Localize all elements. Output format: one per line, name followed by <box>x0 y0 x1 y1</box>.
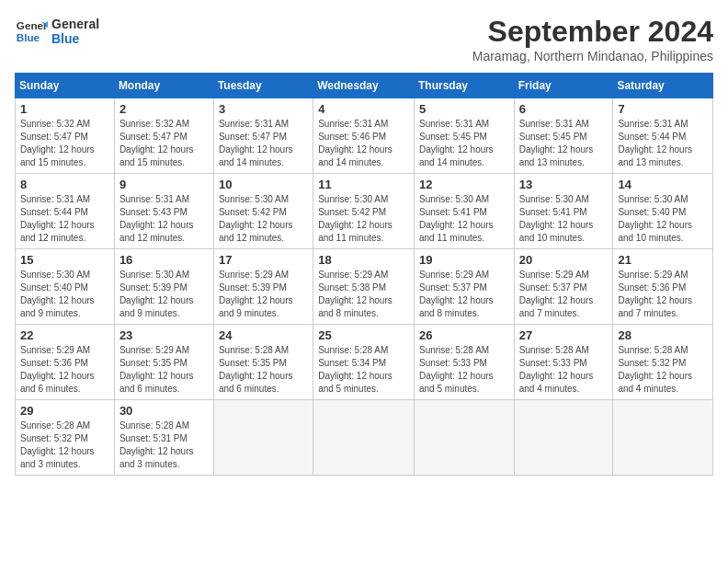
day-number: 25 <box>318 328 409 342</box>
day-info: Sunrise: 5:29 AMSunset: 5:37 PMDaylight:… <box>519 269 609 320</box>
day-number: 4 <box>318 102 409 116</box>
month-title: September 2024 <box>472 15 713 49</box>
page-header: General Blue General Blue September 2024… <box>15 15 713 63</box>
calendar-cell: 15Sunrise: 5:30 AMSunset: 5:40 PMDayligh… <box>16 249 115 325</box>
day-number: 9 <box>119 178 209 191</box>
calendar-cell: 21Sunrise: 5:29 AMSunset: 5:36 PMDayligh… <box>613 249 713 325</box>
calendar-cell: 3Sunrise: 5:31 AMSunset: 5:47 PMDaylight… <box>213 98 313 174</box>
day-info: Sunrise: 5:31 AMSunset: 5:45 PMDaylight:… <box>419 118 509 169</box>
day-number: 16 <box>119 253 209 267</box>
day-number: 6 <box>519 102 609 116</box>
day-info: Sunrise: 5:28 AMSunset: 5:32 PMDaylight:… <box>20 419 109 471</box>
logo-general: General <box>51 17 99 31</box>
calendar-week-1: 1Sunrise: 5:32 AMSunset: 5:47 PMDaylight… <box>16 98 713 174</box>
calendar-cell: 7Sunrise: 5:31 AMSunset: 5:44 PMDaylight… <box>613 98 713 174</box>
calendar-cell: 9Sunrise: 5:31 AMSunset: 5:43 PMDaylight… <box>114 174 213 249</box>
day-info: Sunrise: 5:32 AMSunset: 5:47 PMDaylight:… <box>119 118 209 169</box>
calendar-cell: 24Sunrise: 5:28 AMSunset: 5:35 PMDayligh… <box>213 325 313 400</box>
day-number: 10 <box>219 178 308 191</box>
day-info: Sunrise: 5:29 AMSunset: 5:38 PMDaylight:… <box>318 269 409 320</box>
day-header-wednesday: Wednesday <box>313 74 415 98</box>
calendar-cell: 30Sunrise: 5:28 AMSunset: 5:31 PMDayligh… <box>114 400 213 476</box>
day-number: 3 <box>219 102 308 116</box>
location-subtitle: Maramag, Northern Mindanao, Philippines <box>472 49 713 63</box>
day-info: Sunrise: 5:29 AMSunset: 5:36 PMDaylight:… <box>618 269 708 320</box>
day-number: 14 <box>618 178 708 191</box>
day-number: 26 <box>419 328 509 342</box>
calendar-table: SundayMondayTuesdayWednesdayThursdayFrid… <box>15 73 713 476</box>
calendar-cell: 6Sunrise: 5:31 AMSunset: 5:45 PMDaylight… <box>514 98 613 174</box>
calendar-cell: 23Sunrise: 5:29 AMSunset: 5:35 PMDayligh… <box>114 325 213 400</box>
day-info: Sunrise: 5:29 AMSunset: 5:39 PMDaylight:… <box>219 269 308 320</box>
day-header-tuesday: Tuesday <box>213 74 313 98</box>
day-info: Sunrise: 5:31 AMSunset: 5:43 PMDaylight:… <box>119 193 209 245</box>
calendar-cell: 27Sunrise: 5:28 AMSunset: 5:33 PMDayligh… <box>514 325 613 400</box>
day-number: 27 <box>519 328 609 342</box>
day-number: 2 <box>119 102 209 116</box>
logo: General Blue General Blue <box>15 15 99 48</box>
calendar-cell: 16Sunrise: 5:30 AMSunset: 5:39 PMDayligh… <box>114 249 213 325</box>
day-info: Sunrise: 5:31 AMSunset: 5:44 PMDaylight:… <box>618 118 708 169</box>
day-number: 24 <box>219 328 308 342</box>
day-number: 29 <box>20 404 109 418</box>
day-info: Sunrise: 5:30 AMSunset: 5:42 PMDaylight:… <box>219 193 308 245</box>
calendar-cell: 2Sunrise: 5:32 AMSunset: 5:47 PMDaylight… <box>114 98 213 174</box>
calendar-header-row: SundayMondayTuesdayWednesdayThursdayFrid… <box>16 74 713 98</box>
day-info: Sunrise: 5:28 AMSunset: 5:33 PMDaylight:… <box>419 344 509 396</box>
calendar-week-2: 8Sunrise: 5:31 AMSunset: 5:44 PMDaylight… <box>16 174 713 249</box>
calendar-cell: 19Sunrise: 5:29 AMSunset: 5:37 PMDayligh… <box>414 249 514 325</box>
svg-text:Blue: Blue <box>17 31 40 43</box>
day-number: 17 <box>219 253 308 267</box>
day-info: Sunrise: 5:32 AMSunset: 5:47 PMDaylight:… <box>20 118 109 169</box>
calendar-cell: 1Sunrise: 5:32 AMSunset: 5:47 PMDaylight… <box>16 98 115 174</box>
day-number: 30 <box>119 404 209 418</box>
day-info: Sunrise: 5:31 AMSunset: 5:45 PMDaylight:… <box>519 118 609 169</box>
day-number: 20 <box>519 253 609 267</box>
day-number: 28 <box>618 328 708 342</box>
day-number: 8 <box>20 178 109 191</box>
calendar-cell: 18Sunrise: 5:29 AMSunset: 5:38 PMDayligh… <box>313 249 415 325</box>
title-area: September 2024 Maramag, Northern Mindana… <box>472 15 713 63</box>
calendar-cell: 11Sunrise: 5:30 AMSunset: 5:42 PMDayligh… <box>313 174 415 249</box>
calendar-cell: 28Sunrise: 5:28 AMSunset: 5:32 PMDayligh… <box>613 325 713 400</box>
day-info: Sunrise: 5:30 AMSunset: 5:41 PMDaylight:… <box>419 193 509 245</box>
day-number: 13 <box>519 178 609 191</box>
calendar-week-4: 22Sunrise: 5:29 AMSunset: 5:36 PMDayligh… <box>16 325 713 400</box>
day-number: 15 <box>20 253 109 267</box>
calendar-cell <box>313 400 415 476</box>
logo-blue: Blue <box>51 31 99 46</box>
day-info: Sunrise: 5:31 AMSunset: 5:44 PMDaylight:… <box>20 193 109 245</box>
calendar-cell <box>613 400 713 476</box>
day-info: Sunrise: 5:30 AMSunset: 5:42 PMDaylight:… <box>318 193 409 245</box>
calendar-week-5: 29Sunrise: 5:28 AMSunset: 5:32 PMDayligh… <box>16 400 713 476</box>
calendar-cell <box>514 400 613 476</box>
day-info: Sunrise: 5:28 AMSunset: 5:31 PMDaylight:… <box>119 419 209 471</box>
calendar-cell: 5Sunrise: 5:31 AMSunset: 5:45 PMDaylight… <box>414 98 514 174</box>
day-number: 21 <box>618 253 708 267</box>
calendar-week-3: 15Sunrise: 5:30 AMSunset: 5:40 PMDayligh… <box>16 249 713 325</box>
calendar-cell: 13Sunrise: 5:30 AMSunset: 5:41 PMDayligh… <box>514 174 613 249</box>
day-header-friday: Friday <box>514 74 613 98</box>
day-info: Sunrise: 5:31 AMSunset: 5:47 PMDaylight:… <box>219 118 308 169</box>
calendar-cell: 12Sunrise: 5:30 AMSunset: 5:41 PMDayligh… <box>414 174 514 249</box>
day-info: Sunrise: 5:30 AMSunset: 5:39 PMDaylight:… <box>119 269 209 320</box>
day-header-sunday: Sunday <box>16 74 115 98</box>
day-header-saturday: Saturday <box>613 74 713 98</box>
day-header-thursday: Thursday <box>414 74 514 98</box>
day-info: Sunrise: 5:28 AMSunset: 5:35 PMDaylight:… <box>219 344 308 396</box>
day-number: 5 <box>419 102 509 116</box>
svg-text:General: General <box>17 19 48 31</box>
calendar-cell: 22Sunrise: 5:29 AMSunset: 5:36 PMDayligh… <box>16 325 115 400</box>
day-number: 11 <box>318 178 409 191</box>
calendar-cell: 29Sunrise: 5:28 AMSunset: 5:32 PMDayligh… <box>16 400 115 476</box>
day-info: Sunrise: 5:30 AMSunset: 5:40 PMDaylight:… <box>618 193 708 245</box>
day-number: 22 <box>20 328 109 342</box>
day-header-monday: Monday <box>114 74 213 98</box>
day-info: Sunrise: 5:29 AMSunset: 5:36 PMDaylight:… <box>20 344 109 396</box>
day-number: 7 <box>618 102 708 116</box>
day-number: 23 <box>119 328 209 342</box>
day-number: 12 <box>419 178 509 191</box>
calendar-cell: 8Sunrise: 5:31 AMSunset: 5:44 PMDaylight… <box>16 174 115 249</box>
day-info: Sunrise: 5:30 AMSunset: 5:41 PMDaylight:… <box>519 193 609 245</box>
calendar-cell: 17Sunrise: 5:29 AMSunset: 5:39 PMDayligh… <box>213 249 313 325</box>
